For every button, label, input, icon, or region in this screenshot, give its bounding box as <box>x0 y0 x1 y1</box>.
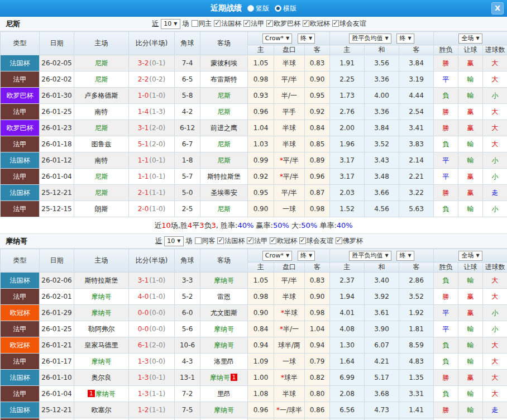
odds-away: 0.98 <box>305 201 330 217</box>
home-team: 尼斯 <box>95 75 108 83</box>
goals-result: 大 <box>483 136 507 152</box>
odds-away: 0.85 <box>305 136 330 152</box>
corner-count: 1-8 <box>175 152 200 169</box>
avg-away: 2.86 <box>399 273 434 289</box>
odds-away: 1.04 <box>305 321 330 337</box>
odds-home: 1.08 <box>248 386 274 402</box>
outcome-result: 負 <box>434 201 458 217</box>
close-icon[interactable]: X <box>491 2 504 15</box>
match-date: 26-02-06 <box>40 273 74 289</box>
final-odds-dropdown[interactable]: 终▼ <box>298 34 315 44</box>
league-badge: 法国杯 <box>1 185 39 201</box>
outcome-result: 平 <box>434 152 458 169</box>
avg-away: 5.63 <box>399 201 434 217</box>
table-row: 法甲 26-01-25 勒阿弗尔 0-0(0-0) 5-6 摩纳哥 0.84 *… <box>1 321 507 337</box>
home-team: 斯特拉斯堡 <box>85 276 118 284</box>
avg-odds-dropdown[interactable]: 胜平负均值▼ <box>349 251 391 261</box>
avg-home: 1.64 <box>330 354 365 370</box>
corner-count: 3-3 <box>175 273 200 289</box>
filter-checkbox[interactable]: 球会友谊 <box>332 19 366 28</box>
avg-home: 6.56 <box>330 402 365 418</box>
table-row: 法国杯 25-12-21 尼斯 2-1(1-1) 5-0 圣埃蒂安 0.95 平… <box>1 185 507 201</box>
fulltime-score: 1-2 <box>138 406 149 414</box>
fullmatch-dropdown[interactable]: 全场▼ <box>458 251 482 261</box>
summary-part: 50% <box>273 221 289 230</box>
filter-checkbox[interactable]: 欧罗巴杯 <box>266 19 300 28</box>
avg-home: 2.01 <box>330 418 365 420</box>
corner-count: 10-6 <box>175 337 200 354</box>
corner-count: 7-5 <box>175 402 200 418</box>
radio-horizontal-layout[interactable]: 横版 <box>275 4 296 13</box>
col-score: 比分(半场) <box>129 32 175 55</box>
filter-checkbox[interactable]: 欧冠杯 <box>270 236 297 246</box>
outcome-result: 勝 <box>434 55 458 71</box>
summary-part: 场,胜 <box>171 221 188 230</box>
outcome-result: 勝 <box>434 104 458 120</box>
odds-home: 1.00 <box>248 370 274 386</box>
filter-checkbox[interactable]: 同主 <box>192 19 212 28</box>
table-row: 法甲 26-02-02 尼斯 2-2(0-2) 6-5 布雷斯特 0.98 平/… <box>1 71 507 88</box>
fulltime-score: 1-4 <box>138 108 149 116</box>
summary-part: 3 <box>212 221 216 230</box>
league-badge: 法国杯 <box>1 152 39 168</box>
filter-checkbox[interactable]: 法国杯 <box>214 19 241 28</box>
final-odds-dropdown[interactable]: 终▼ <box>298 251 315 261</box>
odds-home: 0.92 <box>248 169 274 185</box>
score-cell: 1-1(0-1) <box>129 169 175 185</box>
score-cell: 1-0(1-0) <box>129 88 175 104</box>
fulltime-score: 1-1 <box>138 156 149 164</box>
handicap-result: 輸 <box>458 354 483 370</box>
filter-checkbox[interactable]: 佛罗杯 <box>336 236 363 246</box>
col-away: 客场 <box>200 249 248 273</box>
score-cell: 6-1(2-0) <box>129 337 175 354</box>
avg-home: 2.37 <box>330 273 365 289</box>
filter-checkbox[interactable]: 球会友谊 <box>299 236 333 246</box>
goals-result: 小 <box>483 418 507 420</box>
handicap-result: 輸 <box>458 418 483 420</box>
halftime-score: (0-0) <box>149 325 165 333</box>
match-date: 25-12-21 <box>40 402 74 418</box>
rounds-select[interactable]: 10▼ <box>161 19 180 29</box>
avg-away: 4.44 <box>399 88 434 104</box>
rounds-select[interactable]: 10▼ <box>164 236 183 246</box>
filter-checkbox[interactable]: 同客 <box>195 236 216 246</box>
home-team: 尼斯 <box>95 124 108 132</box>
final-avg-dropdown[interactable]: 终▼ <box>396 251 414 261</box>
odds-home: 0.84 <box>248 321 274 337</box>
filter-checkbox[interactable]: 法甲 <box>243 19 264 28</box>
radio-vertical-label: 竖版 <box>256 4 269 13</box>
chevron-down-icon: ▼ <box>286 35 289 42</box>
final-avg-dropdown[interactable]: 终▼ <box>396 34 414 44</box>
section-bar-nice: 尼斯 近 10▼ 场 同主 法国杯 法甲 <box>0 17 507 31</box>
filter-checkbox[interactable]: 欧冠杯 <box>303 19 330 28</box>
table-row: 法甲 26-01-25 南特 1-4(1-3) 4-2 尼斯 0.96 平手 0… <box>1 104 507 120</box>
table-row: 法甲 26-01-04 尼斯 1-1(0-1) 5-7 斯特拉斯堡 0.92 *… <box>1 169 507 185</box>
avg-home: 1.30 <box>330 337 365 354</box>
home-team: 摩纳哥 <box>92 357 112 365</box>
avg-home: 2.76 <box>330 104 365 120</box>
filter-checkbox[interactable]: 法甲 <box>247 236 267 246</box>
corner-count: 2-5 <box>175 201 200 217</box>
handicap-result: 輸 <box>458 136 483 152</box>
handicap-result: 赢 <box>458 370 483 386</box>
avg-draw: 3.48 <box>365 169 399 185</box>
filter-checkbox[interactable]: 法国杯 <box>217 236 245 246</box>
chevron-down-icon: ▼ <box>385 35 388 42</box>
odds-source-dropdown[interactable]: Crow*▼ <box>262 251 292 261</box>
handicap-line: 半球 <box>274 418 305 420</box>
checkbox-icon <box>214 20 221 27</box>
avg-home: 3.17 <box>330 152 365 169</box>
radio-vertical-layout[interactable]: 竖版 <box>247 4 269 13</box>
avg-home: 2.03 <box>330 185 365 201</box>
chevron-down-icon: ▼ <box>385 252 388 260</box>
fullmatch-dropdown[interactable]: 全场▼ <box>458 34 482 44</box>
goals-result: 大 <box>483 55 507 71</box>
avg-odds-dropdown[interactable]: 胜平负均值▼ <box>349 34 391 44</box>
team-name: 摩纳哥 <box>0 236 84 246</box>
odds-source-dropdown[interactable]: Crow*▼ <box>262 34 292 44</box>
score-cell: 1-0(0-0) <box>129 418 175 420</box>
goals-result: 小 <box>483 321 507 337</box>
halftime-score: (1-0) <box>149 276 165 284</box>
filter-label: 球会友谊 <box>339 19 366 28</box>
halftime-score: (1-0) <box>149 293 165 300</box>
